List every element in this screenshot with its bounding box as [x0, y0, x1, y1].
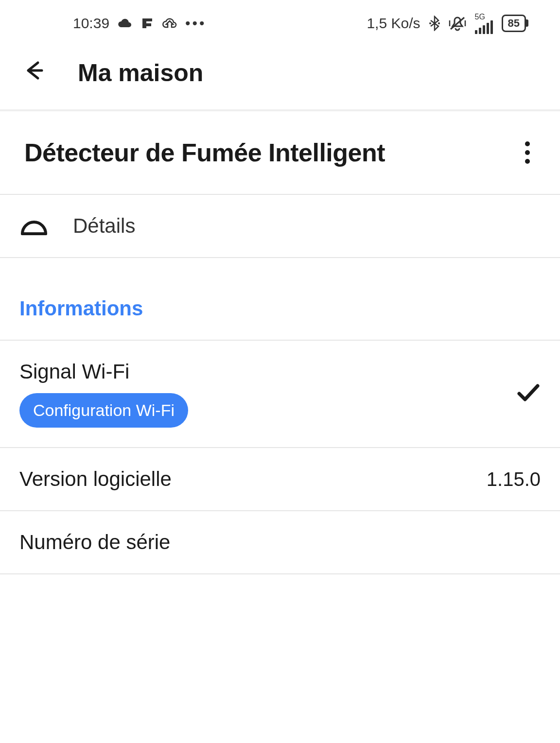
- status-time: 10:39: [73, 15, 109, 32]
- back-button[interactable]: [19, 56, 49, 90]
- device-header: Détecteur de Fumée Intelligent: [0, 111, 560, 195]
- cloud-icon: [117, 17, 133, 29]
- svg-point-0: [429, 22, 431, 24]
- svg-point-1: [438, 22, 440, 24]
- app-f-icon: [140, 17, 154, 30]
- battery-level: 85: [508, 17, 520, 30]
- status-left: 10:39 •••: [73, 15, 207, 32]
- status-bar: 10:39 ••• 1,5 Ko/s 5G: [0, 0, 560, 46]
- status-right: 1,5 Ko/s 5G 85: [367, 13, 526, 34]
- serial-label: Numéro de série: [19, 531, 170, 554]
- tab-label: Détails: [73, 214, 135, 238]
- svg-line-2: [451, 17, 464, 29]
- more-menu-button[interactable]: [519, 136, 536, 170]
- wifi-config-button[interactable]: Configuration Wi-Fi: [19, 393, 188, 428]
- nav-title: Ma maison: [78, 59, 203, 87]
- vibrate-mute-icon: [449, 16, 466, 31]
- row-software-version: Version logicielle 1.15.0: [0, 448, 560, 511]
- wifi-label: Signal Wi-Fi: [19, 360, 188, 383]
- row-wifi: Signal Wi-Fi Configuration Wi-Fi: [0, 341, 560, 448]
- nav-header: Ma maison: [0, 46, 560, 111]
- section-informations: Informations: [0, 258, 560, 341]
- software-label: Version logicielle: [19, 467, 172, 491]
- more-notifications-icon: •••: [185, 15, 207, 32]
- checkmark-icon: [516, 380, 541, 408]
- cloud-upload-icon: [162, 17, 177, 30]
- battery-icon: 85: [502, 15, 526, 32]
- gauge-icon: [19, 216, 49, 236]
- bluetooth-icon: [429, 16, 440, 31]
- software-value: 1.15.0: [487, 468, 541, 490]
- tab-details[interactable]: Détails: [0, 195, 560, 258]
- row-serial-number: Numéro de série: [0, 511, 560, 574]
- signal-icon: [475, 20, 493, 34]
- device-title: Détecteur de Fumée Intelligent: [24, 138, 385, 167]
- data-rate: 1,5 Ko/s: [367, 15, 420, 32]
